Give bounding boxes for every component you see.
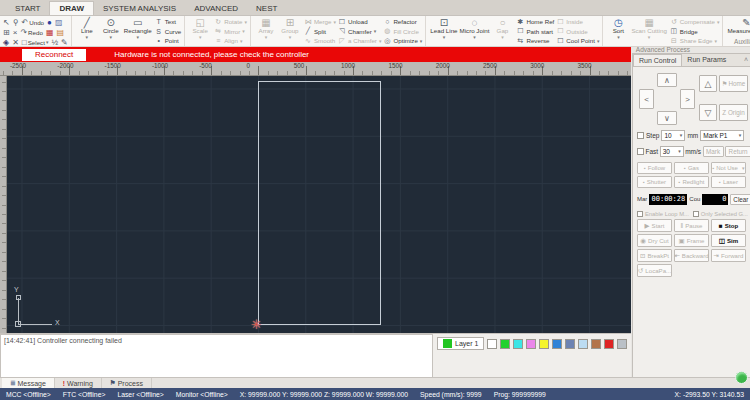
ribbon-big-button[interactable]: ◷ Sort ▾: [606, 17, 630, 39]
ribbon-big-button[interactable]: ▭ Rectangle ▾: [123, 17, 153, 39]
run-button[interactable]: ⇥ Forward: [711, 249, 746, 262]
toggle-button[interactable]: ▪ Redlight: [674, 176, 709, 188]
ribbon-tab[interactable]: NEST: [247, 2, 286, 15]
toggle-button[interactable]: ▪ Laser: [711, 176, 746, 188]
ribbon-small-button[interactable]: ☐ Outside: [556, 27, 599, 37]
run-button[interactable]: ▶ Start: [637, 219, 672, 232]
ribbon-small-button[interactable]: ✱ Home Ref: [516, 17, 554, 27]
home-button[interactable]: ⚑ Home: [719, 75, 748, 92]
fast-value-select[interactable]: 30 ▾: [660, 146, 684, 157]
ribbon-big-button[interactable]: ⊞ Group ▾: [278, 17, 302, 39]
layer-color-swatch[interactable]: [565, 339, 575, 349]
ribbon-small-button[interactable]: ⊟ Share Edge ▾: [670, 36, 720, 46]
run-button[interactable]: ▣ Frame: [674, 234, 709, 247]
run-button[interactable]: ◫ Sim: [711, 234, 746, 247]
ribbon-small-button[interactable]: ◎ Optimize ▾: [383, 36, 422, 46]
view-tool-button[interactable]: ●: [47, 18, 52, 27]
run-button[interactable]: ⊡ BreakPt: [637, 249, 672, 262]
ribbon-big-button[interactable]: ▦ Array ▾: [254, 17, 278, 39]
view-tool-button[interactable]: ⚲: [13, 18, 19, 27]
ribbon-big-button[interactable]: ╱ Line ▾: [75, 17, 99, 39]
ribbon-small-button[interactable]: ↻ Rotate ▾: [214, 17, 247, 27]
ribbon-tab[interactable]: ADVANCED: [185, 2, 247, 15]
layer-color-swatch[interactable]: [617, 339, 627, 349]
option-checkbox-item[interactable]: Only Selected G...: [693, 211, 748, 217]
fast-checkbox[interactable]: [637, 148, 644, 155]
jog-right-button[interactable]: >: [680, 89, 695, 109]
ribbon-small-button[interactable]: ◸ a Chamfer ▾: [338, 36, 381, 46]
ribbon-big-button[interactable]: ⊡ Lead Line ▾: [429, 17, 458, 39]
z-origin-button[interactable]: Z Origin: [719, 104, 748, 121]
ribbon-big-button[interactable]: ◌ Micro Joint ▾: [459, 17, 491, 39]
notification-badge[interactable]: [735, 371, 748, 384]
ribbon-small-button[interactable]: ☐ Unload: [338, 17, 381, 27]
ribbon-big-button[interactable]: ◱ Scale ▾: [188, 17, 212, 39]
toggle-button[interactable]: ▪ Follow: [637, 162, 672, 174]
view-tool-button[interactable]: ◈: [3, 38, 9, 47]
view-tool-button[interactable]: ↖: [3, 18, 10, 27]
run-button[interactable]: ↺ LocaPa...: [637, 264, 672, 277]
console-tab[interactable]: ⚑ Process: [102, 378, 152, 388]
view-tool-button[interactable]: ↶ Undo: [22, 18, 45, 27]
message-log[interactable]: [14:42:41] Controller connecting failed: [0, 334, 433, 378]
return-button[interactable]: Return: [725, 146, 750, 157]
mark-position-select[interactable]: Mark P1 ▾: [700, 130, 744, 141]
run-panel-tab[interactable]: Run Control: [633, 54, 682, 66]
mark-button[interactable]: Mark: [703, 146, 724, 157]
toggle-button[interactable]: ▪ Gas: [674, 162, 709, 174]
run-panel-tab[interactable]: Run Params: [682, 54, 731, 66]
panel-collapse-icon[interactable]: ˄: [744, 56, 748, 63]
ribbon-small-button[interactable]: ↺ Compensate ▾: [670, 17, 720, 27]
layer-color-swatch[interactable]: [552, 339, 562, 349]
ribbon-small-button[interactable]: ∿ Smooth: [304, 36, 336, 46]
layer-color-swatch[interactable]: [591, 339, 601, 349]
z-up-button[interactable]: △: [699, 75, 717, 92]
ribbon-small-button[interactable]: ☐ Inside: [556, 17, 599, 27]
step-checkbox[interactable]: [637, 132, 644, 139]
view-tool-button[interactable]: ▦: [46, 28, 54, 37]
ribbon-small-button[interactable]: ◹ Chamfer ▾: [338, 27, 381, 37]
view-tool-button[interactable]: ▤: [56, 28, 64, 37]
drawing-canvas[interactable]: ✳ Y X: [7, 76, 631, 333]
ribbon-small-button[interactable]: ☐ Cool Point ▾: [556, 36, 599, 46]
reconnect-button[interactable]: Reconnect: [22, 49, 86, 61]
layer-color-swatch[interactable]: [539, 339, 549, 349]
run-button[interactable]: ‖ Pause: [674, 219, 709, 232]
layer-color-swatch[interactable]: [604, 339, 614, 349]
ribbon-small-button[interactable]: ⇋ Mirror ▾: [214, 27, 247, 37]
ribbon-big-button[interactable]: ○ Gap ▾: [490, 17, 514, 39]
view-tool-button[interactable]: ½: [51, 38, 58, 47]
ribbon-small-button[interactable]: T Text: [155, 17, 182, 27]
ribbon-small-button[interactable]: ◫ Bridge: [670, 27, 720, 37]
view-tool-button[interactable]: ×: [13, 28, 18, 37]
sheet-rectangle[interactable]: [258, 81, 381, 325]
ribbon-small-button[interactable]: ☐ Path start: [516, 27, 554, 37]
run-button[interactable]: ◉ Dry Cut: [637, 234, 672, 247]
ribbon-small-button[interactable]: ≡ Align ▾: [214, 36, 247, 46]
clear-button[interactable]: Clear: [730, 194, 750, 205]
ribbon-small-button[interactable]: ⇆ Reverse: [516, 36, 554, 46]
layer-color-swatch[interactable]: [526, 339, 536, 349]
ribbon-big-button[interactable]: ⊙ Circle ▾: [99, 17, 123, 39]
toggle-button[interactable]: ▪ Shutter: [637, 176, 672, 188]
console-tab[interactable]: ! Warning: [55, 378, 102, 388]
layer-color-swatch[interactable]: [578, 339, 588, 349]
view-tool-button[interactable]: ⊞: [3, 28, 10, 37]
layer-color-swatch[interactable]: [500, 339, 510, 349]
z-down-button[interactable]: ▽: [699, 104, 717, 121]
ribbon-tab[interactable]: DRAW: [49, 1, 93, 15]
layer-color-swatch[interactable]: [513, 339, 523, 349]
view-tool-button[interactable]: □ Select ▾: [22, 38, 49, 47]
ribbon-small-button[interactable]: • Point: [155, 36, 182, 46]
ribbon-big-button[interactable]: ✎ Measurement: [726, 17, 750, 35]
console-tab[interactable]: ≣ Message: [2, 378, 55, 388]
step-value-select[interactable]: 10 ▾: [661, 130, 685, 141]
option-checkbox-item[interactable]: Enable Loop M...: [637, 211, 689, 217]
ribbon-small-button[interactable]: S Curve: [155, 27, 182, 37]
current-layer-button[interactable]: Layer 1: [437, 337, 484, 350]
run-button[interactable]: ■ Stop: [711, 219, 746, 232]
ribbon-small-button[interactable]: ╱ Split: [304, 27, 336, 37]
view-tool-button[interactable]: ↷ Redo: [20, 28, 43, 37]
ribbon-small-button[interactable]: ⋈ Merge ▾: [304, 17, 336, 27]
view-tool-button[interactable]: ▨: [55, 18, 63, 27]
